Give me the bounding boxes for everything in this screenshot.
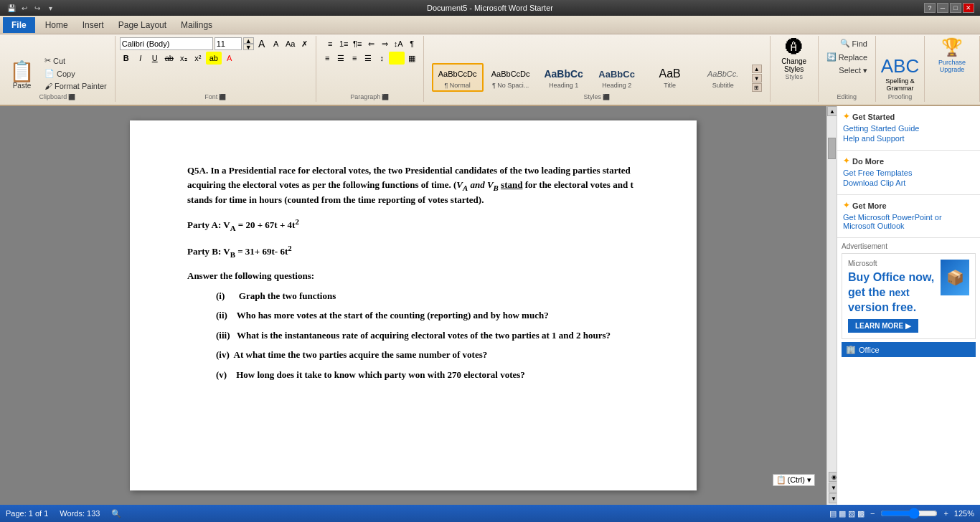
increase-indent-btn[interactable]: ⇒ <box>378 37 391 50</box>
style-no-spacing[interactable]: AaBbCcDc ¶ No Spaci... <box>485 64 537 91</box>
zoom-out-btn[interactable]: − <box>870 509 875 518</box>
minimize-btn[interactable]: ─ <box>937 3 948 13</box>
scroll-up-btn[interactable]: ▲ <box>827 106 837 116</box>
borders-btn[interactable]: ▦ <box>405 52 418 65</box>
justify-btn[interactable]: ☰ <box>362 52 374 65</box>
clipboard-expand-icon[interactable]: ⬛ <box>68 94 75 100</box>
replace-button[interactable]: 🔄 Replace <box>823 51 871 63</box>
change-styles-group[interactable]: 🅐 Change Styles Styles <box>771 36 819 102</box>
file-menu-btn[interactable]: File <box>3 17 35 33</box>
menu-bar: File Home Insert Page Layout Mailings <box>0 16 980 34</box>
style-heading2-label: Heading 2 <box>602 82 631 89</box>
paste-control-tooltip[interactable]: 📋 (Ctrl) ▾ <box>773 474 816 486</box>
bold-button[interactable]: B <box>120 52 133 65</box>
select-button[interactable]: Select ▾ <box>835 65 871 77</box>
scroll-thumb[interactable] <box>828 138 836 159</box>
align-left-btn[interactable]: ≡ <box>321 52 334 65</box>
font-name-input[interactable] <box>120 37 213 50</box>
cut-label: Cut <box>53 57 65 65</box>
ad-learn-more-btn[interactable]: LEARN MORE ▶ <box>848 319 918 333</box>
restore-btn[interactable]: □ <box>950 3 961 13</box>
app-window: 💾 ↩ ↪ ▾ Document5 - Microsoft Word Start… <box>0 0 980 522</box>
font-content: ▲ ▼ A A Aa ✗ B I U ab x₂ x² ab A <box>120 37 311 92</box>
strikethrough-btn[interactable]: ab <box>163 52 176 65</box>
style-title-preview: AaB <box>659 66 681 82</box>
status-bar: Page: 1 of 1 Words: 133 🔍 ▤ ▦ ▧ ▩ − + 12… <box>0 505 980 522</box>
align-right-btn[interactable]: ≡ <box>348 52 361 65</box>
line-spacing-btn[interactable]: ↕ <box>375 52 388 65</box>
undo-quick-btn[interactable]: ↩ <box>19 2 30 14</box>
zoom-level: 125% <box>954 509 974 518</box>
home-menu-item[interactable]: Home <box>38 17 75 33</box>
spelling-button[interactable]: ABC Spelling & Grammar <box>880 55 920 92</box>
zoom-slider[interactable] <box>880 511 938 516</box>
close-btn[interactable]: ✕ <box>963 3 974 13</box>
multilevel-btn[interactable]: ¶≡ <box>351 37 364 50</box>
superscript-btn[interactable]: x² <box>192 52 204 65</box>
styles-group: AaBbCcDc ¶ Normal AaBbCcDc ¶ No Spaci...… <box>424 36 771 102</box>
content-area: Q5A. In a Presidential race for electora… <box>0 106 980 505</box>
align-center-btn[interactable]: ☰ <box>334 52 347 65</box>
page-layout-menu-item[interactable]: Page Layout <box>111 17 174 33</box>
style-heading1[interactable]: AaBbCc Heading 1 <box>538 64 590 91</box>
getting-started-guide-link[interactable]: Getting Started Guide <box>843 124 974 133</box>
document-page[interactable]: Q5A. In a Presidential race for electora… <box>130 120 697 490</box>
redo-quick-btn[interactable]: ↪ <box>32 2 43 14</box>
grow-font-btn[interactable]: A <box>255 37 268 50</box>
help-btn[interactable]: ? <box>924 3 936 13</box>
insert-menu-item[interactable]: Insert <box>75 17 111 33</box>
style-scroll-down-btn[interactable]: ▼ <box>752 74 762 82</box>
clear-format-btn[interactable]: ✗ <box>298 37 311 50</box>
style-scroll-more-btn[interactable]: ⊞ <box>752 83 762 92</box>
ad-line2: get the <box>848 286 885 298</box>
font-color-btn[interactable]: A <box>223 52 236 65</box>
numbering-btn[interactable]: 1≡ <box>337 37 350 50</box>
ad-box: 📦 Microsoft Buy Office now, get the next… <box>842 253 976 339</box>
show-formatting-btn[interactable]: ¶ <box>405 37 418 50</box>
get-powerpoint-link[interactable]: Get Microsoft PowerPoint or Microsoft Ou… <box>843 213 974 230</box>
shrink-font-btn[interactable]: A <box>270 37 283 50</box>
underline-button[interactable]: U <box>149 52 161 65</box>
cut-button[interactable]: ✂ Cut <box>41 54 110 67</box>
doc-para-party-a: Party A: VA = 20 + 67t + 4t2 <box>187 216 639 234</box>
mailings-menu-item[interactable]: Mailings <box>174 17 220 33</box>
copy-button[interactable]: 📄 Copy <box>41 67 110 80</box>
find-button[interactable]: 🔍 Find <box>837 37 871 49</box>
bullets-btn[interactable]: ≡ <box>324 37 336 50</box>
font-group-label: Font ⬛ <box>120 93 311 100</box>
sort-btn[interactable]: ↕A <box>392 37 405 50</box>
download-clip-art-link[interactable]: Download Clip Art <box>843 179 974 187</box>
vertical-scrollbar[interactable]: ▲ ◉ ▼ ▼ <box>826 106 837 505</box>
styles-expand-icon[interactable]: ⬛ <box>603 94 610 100</box>
shading-btn[interactable] <box>389 52 405 65</box>
style-subtitle[interactable]: AaBbCc. Subtitle <box>697 64 749 91</box>
do-more-section: ✦ Do More Get Free Templates Download Cl… <box>837 151 980 195</box>
text-highlight-btn[interactable]: ab <box>206 52 222 65</box>
style-normal[interactable]: AaBbCcDc ¶ Normal <box>432 63 484 92</box>
scroll-track[interactable] <box>827 116 837 470</box>
zoom-in-btn[interactable]: + <box>943 509 948 518</box>
style-normal-preview: AaBbCcDc <box>438 66 477 82</box>
format-painter-button[interactable]: 🖌 Format Painter <box>41 80 110 92</box>
save-quick-btn[interactable]: 💾 <box>6 2 17 14</box>
free-templates-link[interactable]: Get Free Templates <box>843 169 974 177</box>
dropdown-quick-btn[interactable]: ▾ <box>44 2 56 14</box>
decrease-indent-btn[interactable]: ⇐ <box>364 37 377 50</box>
style-heading2[interactable]: AaBbCc Heading 2 <box>591 64 643 91</box>
italic-button[interactable]: I <box>134 52 147 65</box>
font-expand-icon[interactable]: ⬛ <box>219 94 226 100</box>
paragraph-content: ≡ 1≡ ¶≡ ⇐ ⇒ ↕A ¶ ≡ ☰ ≡ ☰ ↕ ▦ <box>321 37 418 92</box>
font-size-input[interactable] <box>215 37 242 50</box>
subscript-btn[interactable]: x₂ <box>177 52 190 65</box>
paste-button[interactable]: 📋 Paste <box>4 60 39 92</box>
paragraph-expand-icon[interactable]: ⬛ <box>382 94 389 100</box>
style-title[interactable]: AaB Title <box>644 64 696 91</box>
editing-content: 🔍 Find 🔄 Replace Select ▾ <box>823 37 871 92</box>
doc-para-ii: (ii) Who has more votes at the start of … <box>216 308 639 323</box>
font-size-down-btn[interactable]: ▼ <box>243 44 254 50</box>
help-support-link[interactable]: Help and Support <box>843 134 974 143</box>
style-scroll-up-btn[interactable]: ▲ <box>752 65 762 73</box>
change-case-btn[interactable]: Aa <box>284 37 297 50</box>
styles-group-label: Styles ⬛ <box>428 93 765 100</box>
purchase-group[interactable]: 🏆 Purchase Upgrade <box>925 36 980 102</box>
